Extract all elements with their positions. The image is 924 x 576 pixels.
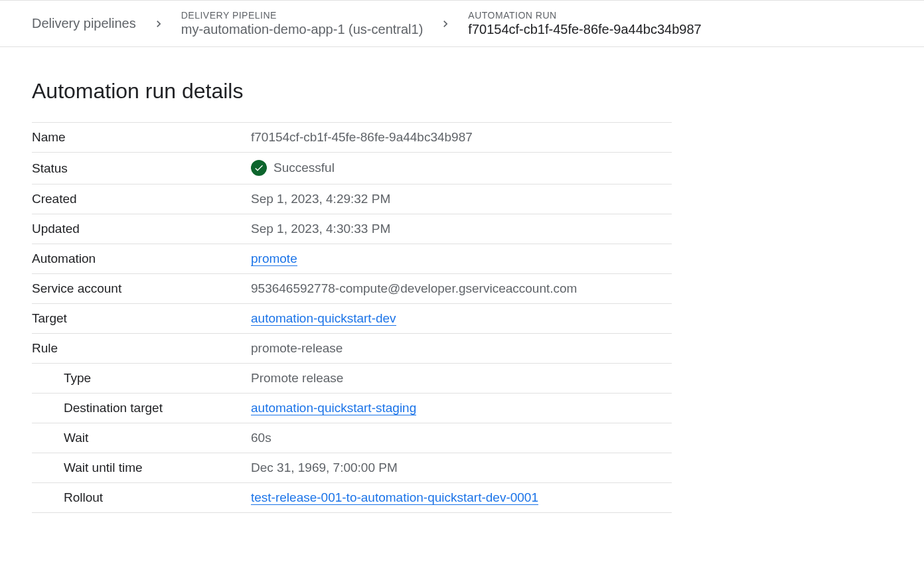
dest-target-label: Destination target: [32, 394, 251, 423]
breadcrumb-pipeline-value: my-automation-demo-app-1 (us-central1): [181, 22, 424, 37]
row-rule: Rule promote-release: [32, 334, 672, 364]
wait-until-label: Wait until time: [32, 453, 251, 483]
page-title: Automation run details: [32, 79, 672, 104]
row-wait-until: Wait until time Dec 31, 1969, 7:00:00 PM: [32, 453, 672, 483]
breadcrumb-root[interactable]: Delivery pipelines: [32, 16, 136, 31]
breadcrumb: Delivery pipelines DELIVERY PIPELINE my-…: [0, 0, 924, 47]
wait-value: 60s: [251, 423, 672, 453]
target-label: Target: [32, 304, 251, 334]
row-updated: Updated Sep 1, 2023, 4:30:33 PM: [32, 214, 672, 244]
status-value-cell: Successful: [251, 153, 672, 184]
service-account-value: 953646592778-compute@developer.gservicea…: [251, 274, 672, 304]
rule-label: Rule: [32, 334, 251, 364]
chevron-right-icon: [439, 17, 452, 31]
status-label: Status: [32, 153, 251, 184]
row-name: Name f70154cf-cb1f-45fe-86fe-9a44bc34b98…: [32, 123, 672, 153]
row-type: Type Promote release: [32, 364, 672, 394]
dest-target-link[interactable]: automation-quickstart-staging: [251, 401, 416, 415]
row-target: Target automation-quickstart-dev: [32, 304, 672, 334]
rule-value: promote-release: [251, 334, 672, 364]
type-value: Promote release: [251, 364, 672, 394]
created-label: Created: [32, 184, 251, 214]
row-destination-target: Destination target automation-quickstart…: [32, 394, 672, 423]
row-created: Created Sep 1, 2023, 4:29:32 PM: [32, 184, 672, 214]
breadcrumb-run-value: f70154cf-cb1f-45fe-86fe-9a44bc34b987: [468, 22, 701, 37]
breadcrumb-pipeline[interactable]: DELIVERY PIPELINE my-automation-demo-app…: [181, 10, 424, 37]
wait-until-value: Dec 31, 1969, 7:00:00 PM: [251, 453, 672, 483]
name-label: Name: [32, 123, 251, 153]
automation-label: Automation: [32, 244, 251, 274]
name-value: f70154cf-cb1f-45fe-86fe-9a44bc34b987: [251, 123, 672, 153]
updated-value: Sep 1, 2023, 4:30:33 PM: [251, 214, 672, 244]
type-label: Type: [32, 364, 251, 394]
target-link[interactable]: automation-quickstart-dev: [251, 311, 396, 326]
row-service-account: Service account 953646592778-compute@dev…: [32, 274, 672, 304]
automation-link[interactable]: promote: [251, 252, 297, 266]
rollout-label: Rollout: [32, 483, 251, 513]
wait-label: Wait: [32, 423, 251, 453]
success-check-icon: [251, 160, 267, 176]
service-account-label: Service account: [32, 274, 251, 304]
details-table: Name f70154cf-cb1f-45fe-86fe-9a44bc34b98…: [32, 122, 672, 513]
rollout-link[interactable]: test-release-001-to-automation-quickstar…: [251, 490, 538, 505]
row-automation: Automation promote: [32, 244, 672, 274]
row-wait: Wait 60s: [32, 423, 672, 453]
chevron-right-icon: [152, 17, 165, 31]
row-status: Status Successful: [32, 153, 672, 184]
updated-label: Updated: [32, 214, 251, 244]
breadcrumb-run: AUTOMATION RUN f70154cf-cb1f-45fe-86fe-9…: [468, 10, 701, 37]
breadcrumb-pipeline-label: DELIVERY PIPELINE: [181, 10, 424, 21]
main-content: Automation run details Name f70154cf-cb1…: [0, 47, 704, 529]
row-rollout: Rollout test-release-001-to-automation-q…: [32, 483, 672, 513]
status-value: Successful: [273, 161, 335, 175]
breadcrumb-run-label: AUTOMATION RUN: [468, 10, 701, 21]
breadcrumb-root-label: Delivery pipelines: [32, 16, 136, 31]
created-value: Sep 1, 2023, 4:29:32 PM: [251, 184, 672, 214]
